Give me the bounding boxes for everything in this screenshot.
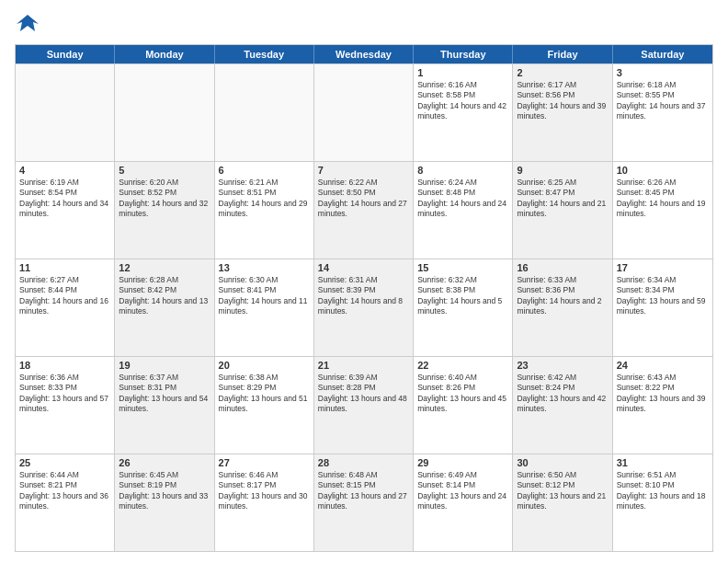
cell-info: Sunrise: 6:19 AM Sunset: 8:54 PM Dayligh…	[19, 178, 110, 220]
day-number: 26	[119, 457, 210, 468]
day-number: 6	[219, 165, 310, 176]
day-number: 29	[417, 457, 508, 468]
cell-info: Sunrise: 6:21 AM Sunset: 8:51 PM Dayligh…	[219, 178, 310, 220]
calendar-cell: 4Sunrise: 6:19 AM Sunset: 8:54 PM Daylig…	[16, 162, 115, 259]
calendar-cell: 16Sunrise: 6:33 AM Sunset: 8:36 PM Dayli…	[513, 259, 612, 356]
calendar-cell: 25Sunrise: 6:44 AM Sunset: 8:21 PM Dayli…	[16, 454, 115, 551]
cell-info: Sunrise: 6:24 AM Sunset: 8:48 PM Dayligh…	[417, 178, 508, 220]
calendar-cell: 2Sunrise: 6:17 AM Sunset: 8:56 PM Daylig…	[513, 64, 612, 161]
calendar-cell: 9Sunrise: 6:25 AM Sunset: 8:47 PM Daylig…	[513, 162, 612, 259]
cell-info: Sunrise: 6:16 AM Sunset: 8:58 PM Dayligh…	[417, 80, 508, 122]
header-day-sunday: Sunday	[16, 45, 115, 63]
calendar-cell: 26Sunrise: 6:45 AM Sunset: 8:19 PM Dayli…	[115, 454, 214, 551]
calendar-cell: 18Sunrise: 6:36 AM Sunset: 8:33 PM Dayli…	[16, 357, 115, 454]
calendar-cell: 13Sunrise: 6:30 AM Sunset: 8:41 PM Dayli…	[215, 259, 314, 356]
day-number: 19	[119, 360, 210, 371]
logo-bird-icon	[15, 11, 40, 37]
calendar-cell: 28Sunrise: 6:48 AM Sunset: 8:15 PM Dayli…	[314, 454, 414, 551]
cell-info: Sunrise: 6:51 AM Sunset: 8:10 PM Dayligh…	[617, 470, 709, 512]
day-number: 25	[19, 457, 110, 468]
calendar-cell: 12Sunrise: 6:28 AM Sunset: 8:42 PM Dayli…	[115, 259, 214, 356]
cell-info: Sunrise: 6:34 AM Sunset: 8:34 PM Dayligh…	[617, 275, 709, 317]
day-number: 24	[617, 360, 709, 371]
calendar-header: SundayMondayTuesdayWednesdayThursdayFrid…	[16, 45, 712, 63]
cell-info: Sunrise: 6:26 AM Sunset: 8:45 PM Dayligh…	[617, 178, 709, 220]
cell-info: Sunrise: 6:32 AM Sunset: 8:38 PM Dayligh…	[417, 275, 508, 317]
day-number: 3	[617, 67, 709, 78]
cell-info: Sunrise: 6:43 AM Sunset: 8:22 PM Dayligh…	[617, 373, 709, 415]
calendar-cell: 24Sunrise: 6:43 AM Sunset: 8:22 PM Dayli…	[613, 357, 712, 454]
cell-info: Sunrise: 6:45 AM Sunset: 8:19 PM Dayligh…	[119, 470, 210, 512]
day-number: 15	[417, 262, 508, 273]
cell-info: Sunrise: 6:36 AM Sunset: 8:33 PM Dayligh…	[19, 373, 110, 415]
svg-marker-0	[17, 15, 39, 31]
day-number: 31	[617, 457, 709, 468]
cell-info: Sunrise: 6:33 AM Sunset: 8:36 PM Dayligh…	[517, 275, 608, 317]
calendar-cell: 29Sunrise: 6:49 AM Sunset: 8:14 PM Dayli…	[414, 454, 513, 551]
day-number: 14	[318, 262, 409, 273]
day-number: 12	[119, 262, 210, 273]
header-day-friday: Friday	[513, 45, 612, 63]
cell-info: Sunrise: 6:39 AM Sunset: 8:28 PM Dayligh…	[318, 373, 409, 415]
calendar-cell: 19Sunrise: 6:37 AM Sunset: 8:31 PM Dayli…	[115, 357, 214, 454]
calendar-week-4: 18Sunrise: 6:36 AM Sunset: 8:33 PM Dayli…	[16, 356, 712, 454]
calendar-cell: 22Sunrise: 6:40 AM Sunset: 8:26 PM Dayli…	[414, 357, 513, 454]
cell-info: Sunrise: 6:22 AM Sunset: 8:50 PM Dayligh…	[318, 178, 409, 220]
logo	[15, 11, 44, 37]
cell-info: Sunrise: 6:30 AM Sunset: 8:41 PM Dayligh…	[219, 275, 310, 317]
cell-info: Sunrise: 6:38 AM Sunset: 8:29 PM Dayligh…	[219, 373, 310, 415]
header-day-tuesday: Tuesday	[215, 45, 314, 63]
day-number: 1	[417, 67, 508, 78]
calendar-cell: 11Sunrise: 6:27 AM Sunset: 8:44 PM Dayli…	[16, 259, 115, 356]
calendar-cell: 6Sunrise: 6:21 AM Sunset: 8:51 PM Daylig…	[215, 162, 314, 259]
calendar-cell: 21Sunrise: 6:39 AM Sunset: 8:28 PM Dayli…	[314, 357, 414, 454]
header-day-monday: Monday	[115, 45, 214, 63]
page: SundayMondayTuesdayWednesdayThursdayFrid…	[0, 0, 728, 563]
cell-info: Sunrise: 6:28 AM Sunset: 8:42 PM Dayligh…	[119, 275, 210, 317]
calendar-cell: 20Sunrise: 6:38 AM Sunset: 8:29 PM Dayli…	[215, 357, 314, 454]
calendar-week-3: 11Sunrise: 6:27 AM Sunset: 8:44 PM Dayli…	[16, 259, 712, 356]
calendar: SundayMondayTuesdayWednesdayThursdayFrid…	[15, 44, 713, 552]
day-number: 21	[318, 360, 409, 371]
day-number: 16	[517, 262, 608, 273]
day-number: 10	[617, 165, 709, 176]
cell-info: Sunrise: 6:44 AM Sunset: 8:21 PM Dayligh…	[19, 470, 110, 512]
cell-info: Sunrise: 6:46 AM Sunset: 8:17 PM Dayligh…	[219, 470, 310, 512]
cell-info: Sunrise: 6:49 AM Sunset: 8:14 PM Dayligh…	[417, 470, 508, 512]
day-number: 28	[318, 457, 409, 468]
day-number: 18	[19, 360, 110, 371]
cell-info: Sunrise: 6:37 AM Sunset: 8:31 PM Dayligh…	[119, 373, 210, 415]
cell-info: Sunrise: 6:31 AM Sunset: 8:39 PM Dayligh…	[318, 275, 409, 317]
day-number: 8	[417, 165, 508, 176]
header-day-wednesday: Wednesday	[314, 45, 414, 63]
header-day-saturday: Saturday	[613, 45, 712, 63]
day-number: 2	[517, 67, 608, 78]
day-number: 13	[219, 262, 310, 273]
cell-info: Sunrise: 6:25 AM Sunset: 8:47 PM Dayligh…	[517, 178, 608, 220]
day-number: 23	[517, 360, 608, 371]
calendar-cell: 7Sunrise: 6:22 AM Sunset: 8:50 PM Daylig…	[314, 162, 414, 259]
calendar-cell: 23Sunrise: 6:42 AM Sunset: 8:24 PM Dayli…	[513, 357, 612, 454]
calendar-cell: 15Sunrise: 6:32 AM Sunset: 8:38 PM Dayli…	[414, 259, 513, 356]
day-number: 7	[318, 165, 409, 176]
calendar-cell: 30Sunrise: 6:50 AM Sunset: 8:12 PM Dayli…	[513, 454, 612, 551]
calendar-cell	[115, 64, 214, 161]
day-number: 30	[517, 457, 608, 468]
header	[15, 11, 713, 37]
cell-info: Sunrise: 6:27 AM Sunset: 8:44 PM Dayligh…	[19, 275, 110, 317]
cell-info: Sunrise: 6:48 AM Sunset: 8:15 PM Dayligh…	[318, 470, 409, 512]
calendar-cell	[314, 64, 414, 161]
day-number: 5	[119, 165, 210, 176]
header-day-thursday: Thursday	[414, 45, 513, 63]
cell-info: Sunrise: 6:50 AM Sunset: 8:12 PM Dayligh…	[517, 470, 608, 512]
cell-info: Sunrise: 6:42 AM Sunset: 8:24 PM Dayligh…	[517, 373, 608, 415]
calendar-cell: 27Sunrise: 6:46 AM Sunset: 8:17 PM Dayli…	[215, 454, 314, 551]
day-number: 17	[617, 262, 709, 273]
calendar-cell	[16, 64, 115, 161]
calendar-week-2: 4Sunrise: 6:19 AM Sunset: 8:54 PM Daylig…	[16, 161, 712, 259]
cell-info: Sunrise: 6:20 AM Sunset: 8:52 PM Dayligh…	[119, 178, 210, 220]
calendar-cell: 5Sunrise: 6:20 AM Sunset: 8:52 PM Daylig…	[115, 162, 214, 259]
day-number: 22	[417, 360, 508, 371]
calendar-body: 1Sunrise: 6:16 AM Sunset: 8:58 PM Daylig…	[16, 63, 712, 551]
day-number: 9	[517, 165, 608, 176]
